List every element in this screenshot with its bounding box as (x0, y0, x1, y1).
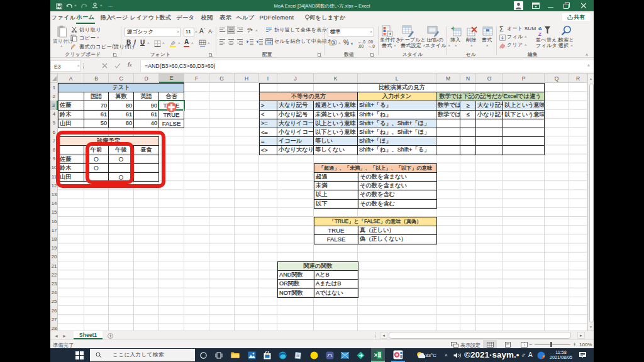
svg-text:Z: Z (538, 31, 541, 36)
svg-text:ab: ab (247, 27, 252, 31)
svg-text:A: A (538, 26, 542, 31)
svg-text:$: $ (333, 40, 336, 45)
